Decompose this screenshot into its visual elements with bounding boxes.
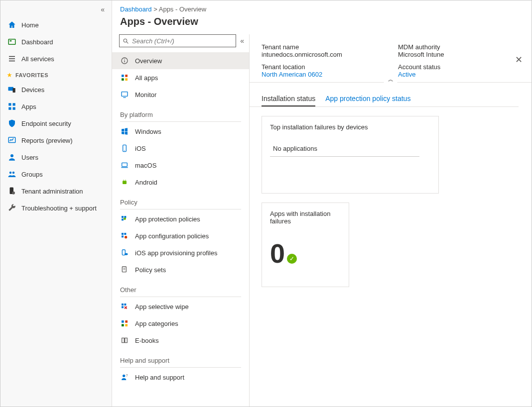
nav-reports[interactable]: Reports (preview) (0, 132, 112, 149)
breadcrumb: Dashboard > Apps - Overview (112, 0, 532, 15)
subnav-android[interactable]: Android (112, 174, 249, 191)
nav-label: Endpoint security (21, 120, 71, 127)
subnav-help-support[interactable]: ? Help and support (112, 369, 249, 386)
svg-point-9 (10, 154, 13, 157)
grid-shield-icon (120, 214, 129, 223)
svg-rect-45 (124, 304, 126, 305)
info-icon (120, 56, 129, 65)
breadcrumb-sep: > (153, 5, 157, 13)
content-pane: ✕ Tenant name intunedocs.onmicrosoft.com… (250, 34, 532, 407)
search-input[interactable] (132, 37, 233, 45)
nav-apps[interactable]: Apps (0, 98, 112, 115)
search-box[interactable] (119, 34, 236, 47)
svg-rect-22 (125, 78, 128, 81)
left-sidebar: « Home Dashboard All services FAVORITES (0, 0, 112, 407)
nav-home[interactable]: Home (0, 16, 112, 33)
apps-grid-icon (120, 73, 129, 82)
divider (120, 297, 241, 297)
document-icon (120, 265, 129, 274)
nav-users[interactable]: Users (0, 149, 112, 166)
shield-icon (7, 119, 16, 128)
mdm-value: Microsoft Intune (398, 51, 520, 58)
list-icon (7, 54, 16, 63)
tab-app-protection-status[interactable]: App protection policy status (325, 95, 410, 106)
no-applications-text: No applications (270, 141, 419, 157)
home-icon (7, 20, 16, 29)
collapse-sidebar-icon[interactable]: « (101, 5, 105, 13)
divider (120, 121, 241, 122)
subnav-ios[interactable]: iOS (112, 140, 249, 157)
subnav-label: All apps (135, 74, 158, 82)
subnav-all-apps[interactable]: All apps (112, 69, 249, 86)
svg-rect-20 (125, 75, 128, 77)
nav-troubleshooting[interactable]: Troubleshooting + support (0, 200, 112, 216)
subnav-label: App selective wipe (135, 303, 189, 310)
subnav-app-protection[interactable]: App protection policies (112, 210, 249, 227)
phone-icon (120, 144, 129, 153)
mdm-authority-field: MDM authority Microsoft Intune (398, 43, 520, 58)
svg-point-13 (12, 192, 15, 195)
subnav-ebooks[interactable]: E-books (112, 332, 249, 349)
nav-label: Dashboard (21, 38, 53, 46)
check-icon: ✓ (287, 254, 297, 264)
chevron-up-icon[interactable]: ︽ (384, 76, 398, 83)
subnav-app-config[interactable]: App configuration policies (112, 227, 249, 244)
svg-text:?: ? (126, 374, 128, 377)
wrench-icon (7, 204, 16, 212)
subnav-label: Windows (135, 128, 161, 135)
collapse-subnav-icon[interactable]: « (240, 37, 244, 45)
svg-rect-44 (122, 304, 124, 305)
svg-rect-29 (123, 181, 127, 184)
group-other: Other (112, 278, 249, 295)
loc-value[interactable]: North American 0602 (262, 71, 383, 78)
svg-point-14 (124, 39, 127, 42)
status-label: Account status (398, 63, 520, 71)
subnav-app-categories[interactable]: App categories (112, 315, 249, 332)
apps-color-icon (120, 319, 129, 328)
subnav-macos[interactable]: macOS (112, 157, 249, 174)
status-value[interactable]: Active (398, 71, 520, 78)
grid-gear-icon (120, 231, 129, 240)
nav-all-services[interactable]: All services (0, 50, 112, 67)
card-title: Apps with installation failures (270, 210, 341, 225)
svg-point-30 (123, 180, 124, 180)
subnav-label: App protection policies (135, 215, 200, 223)
phone-gear-icon (7, 187, 16, 196)
subnav-overview[interactable]: Overview (112, 52, 249, 69)
group-help: Help and support (112, 349, 249, 365)
svg-rect-35 (122, 233, 124, 235)
subnav-monitor[interactable]: Monitor (112, 86, 249, 103)
apps-grid-icon (7, 102, 16, 111)
subnav-windows[interactable]: Windows (112, 123, 249, 140)
subnav-selective-wipe[interactable]: App selective wipe (112, 298, 249, 315)
svg-rect-0 (8, 39, 15, 45)
nav-label: All services (21, 55, 54, 63)
svg-rect-41 (122, 267, 126, 272)
nav-tenant-admin[interactable]: Tenant administration (0, 183, 112, 200)
svg-rect-36 (124, 233, 126, 235)
person-help-icon: ? (120, 373, 129, 382)
subnav-ios-provisioning[interactable]: iOS app provisioning profiles (112, 244, 249, 261)
svg-rect-5 (13, 103, 15, 105)
nav-dashboard[interactable]: Dashboard (0, 33, 112, 50)
favorites-header: FAVORITES (0, 67, 112, 81)
nav-endpoint-security[interactable]: Endpoint security (0, 115, 112, 132)
laptop-icon (120, 161, 129, 170)
svg-point-11 (12, 172, 15, 174)
subnav-label: App configuration policies (135, 232, 209, 240)
devices-icon (7, 85, 16, 94)
favorites-label: FAVORITES (15, 72, 48, 78)
nav-groups[interactable]: Groups (0, 166, 112, 183)
page-title: Apps - Overview (120, 16, 198, 27)
nav-label: Users (21, 154, 38, 161)
breadcrumb-root[interactable]: Dashboard (120, 5, 152, 13)
subnav-label: Monitor (135, 91, 156, 99)
subnav-label: iOS app provisioning profiles (135, 249, 217, 257)
svg-rect-34 (122, 218, 124, 220)
failure-count: 0 (270, 240, 285, 267)
phone-cloud-icon (120, 248, 129, 257)
subnav-policy-sets[interactable]: Policy sets (112, 261, 249, 278)
svg-rect-6 (8, 107, 11, 110)
nav-devices[interactable]: Devices (0, 81, 112, 98)
tab-installation-status[interactable]: Installation status (262, 95, 315, 106)
